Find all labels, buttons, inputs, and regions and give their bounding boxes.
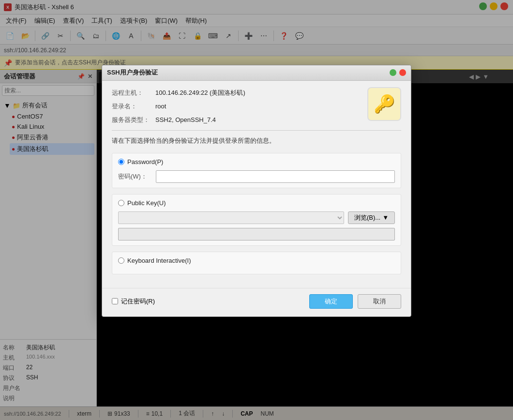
dialog-title: SSH用户身份验证 [107,68,158,77]
password-radio[interactable] [118,159,124,165]
keyboard-section: Keyboard Interactive(I) [112,252,401,274]
server-type-value: SSH2, OpenSSH_7.4 [155,116,216,123]
dialog-footer: 记住密码(R) 确定 取消 [102,288,411,316]
password-radio-header: Password(P) [118,158,395,165]
pubkey-section: Public Key(U) 浏览(B)... ▼ [112,194,401,246]
modal-overlay: SSH用户身份验证 🔑 远程主机： 100.146.26.249:22 (美国洛… [0,0,513,420]
pubkey-passphrase-input[interactable] [118,228,395,240]
remember-row: 记住密码(R) [112,297,155,306]
confirm-button[interactable]: 确定 [309,294,353,309]
remote-host-label: 远程主机： [112,89,155,97]
auth-icon: 🔑 [367,87,401,121]
ssh-auth-dialog: SSH用户身份验证 🔑 远程主机： 100.146.26.249:22 (美国洛… [102,65,411,317]
dialog-body: 🔑 远程主机： 100.146.26.249:22 (美国洛杉矶) 登录名： r… [102,81,411,288]
login-label: 登录名： [112,102,155,111]
dialog-icon-container: 🔑 [367,87,401,121]
dialog-action-buttons: 确定 取消 [309,294,401,309]
keyboard-radio[interactable] [118,257,124,264]
password-field-row: 密码(W)： [118,170,395,183]
pubkey-radio[interactable] [118,200,124,206]
remember-password-label[interactable]: 记住密码(R) [121,297,155,306]
dialog-minimize-btn[interactable] [390,69,396,76]
dialog-titlebar: SSH用户身份验证 [102,65,411,81]
pubkey-key-row: 浏览(B)... ▼ [118,211,395,224]
keyboard-radio-label[interactable]: Keyboard Interactive(I) [127,257,191,264]
dialog-instruction: 请在下面选择恰当的身份验证方法并提供登录所需的信息。 [112,130,401,145]
remember-password-checkbox[interactable] [112,298,118,304]
password-input[interactable] [156,170,395,183]
password-section: Password(P) 密码(W)： [112,153,401,188]
pubkey-radio-header: Public Key(U) [118,199,395,207]
browse-button[interactable]: 浏览(B)... ▼ [348,211,395,224]
server-type-label: 服务器类型： [112,116,155,124]
cancel-button[interactable]: 取消 [358,294,401,309]
dialog-window-controls [390,69,406,76]
keyboard-radio-header: Keyboard Interactive(I) [118,257,395,264]
dialog-close-btn[interactable] [399,69,406,76]
remote-host-value: 100.146.26.249:22 (美国洛杉矶) [155,89,245,97]
login-row: 登录名： root [112,102,401,111]
browse-dropdown-icon[interactable]: ▼ [382,214,389,221]
browse-btn-label: 浏览(B)... [354,213,380,222]
remote-host-row: 远程主机： 100.146.26.249:22 (美国洛杉矶) [112,89,401,97]
pubkey-select[interactable] [118,211,344,224]
pubkey-radio-label[interactable]: Public Key(U) [127,199,166,207]
login-value: root [155,103,166,110]
password-field-label: 密码(W)： [118,172,152,181]
password-radio-label[interactable]: Password(P) [127,158,163,165]
server-type-row: 服务器类型： SSH2, OpenSSH_7.4 [112,116,401,124]
